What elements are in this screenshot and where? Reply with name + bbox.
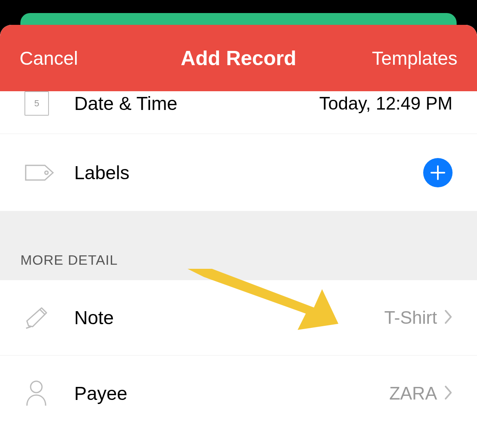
datetime-row[interactable]: 5 Date & Time Today, 12:49 PM bbox=[0, 91, 477, 134]
more-detail-header: MORE DETAIL bbox=[0, 211, 477, 280]
add-record-modal: Cancel Add Record Templates 5 Date & Tim… bbox=[0, 25, 477, 448]
datetime-label: Date & Time bbox=[74, 92, 319, 114]
note-icon bbox=[24, 305, 57, 330]
chevron-right-icon bbox=[444, 385, 453, 402]
note-label: Note bbox=[74, 307, 384, 329]
labels-row[interactable]: Labels bbox=[0, 134, 477, 211]
svg-point-0 bbox=[45, 171, 48, 174]
cancel-button[interactable]: Cancel bbox=[20, 47, 78, 69]
note-value: T-Shirt bbox=[384, 307, 437, 328]
person-icon bbox=[24, 380, 57, 407]
add-label-button[interactable] bbox=[423, 158, 453, 187]
payee-row[interactable]: Payee ZARA bbox=[0, 356, 477, 431]
datetime-value: Today, 12:49 PM bbox=[319, 93, 453, 114]
payee-value: ZARA bbox=[389, 383, 437, 404]
tag-icon bbox=[24, 162, 57, 183]
modal-content: 5 Date & Time Today, 12:49 PM Labels MOR… bbox=[0, 91, 477, 431]
chevron-right-icon bbox=[444, 310, 453, 326]
svg-point-3 bbox=[31, 381, 42, 393]
calendar-icon: 5 bbox=[24, 109, 57, 116]
modal-title: Add Record bbox=[181, 46, 296, 70]
plus-icon bbox=[431, 165, 445, 180]
note-row[interactable]: Note T-Shirt bbox=[0, 280, 477, 356]
templates-button[interactable]: Templates bbox=[372, 47, 457, 69]
labels-label: Labels bbox=[74, 162, 423, 184]
modal-header: Cancel Add Record Templates bbox=[0, 25, 477, 91]
payee-label: Payee bbox=[74, 382, 389, 404]
